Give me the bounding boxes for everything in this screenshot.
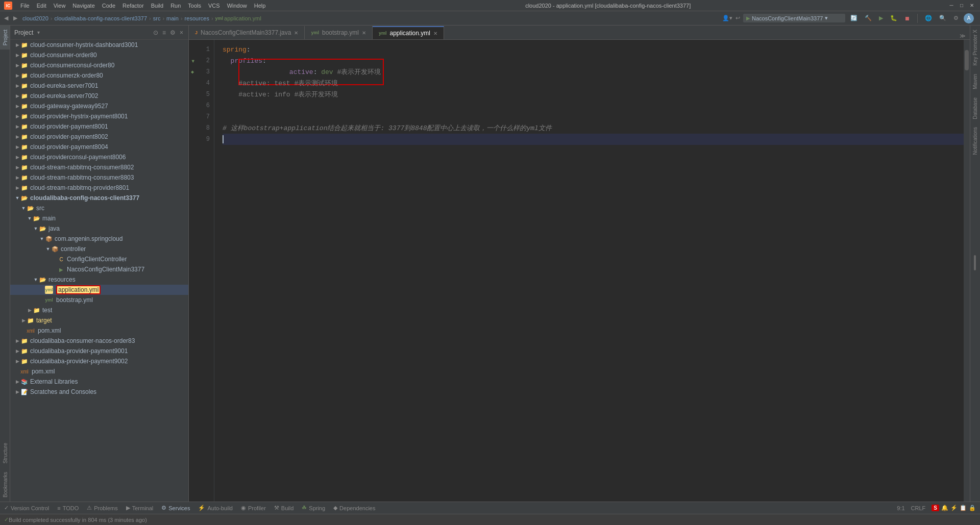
breadcrumb-module[interactable]: cloudalibaba-config-nacos-client3377	[54, 15, 147, 21]
tree-item-consumerconsul[interactable]: ▶ 📁 cloud-consumerconsul-order80	[10, 60, 188, 70]
tree-item-gateway[interactable]: ▶ 📁 cloud-gateway-gateway9527	[10, 101, 188, 111]
tab-nacos-main[interactable]: J NacosConfigClientMain3377.java ✕	[189, 26, 305, 39]
build-button[interactable]: 🔨	[863, 13, 874, 24]
tree-item-consumer80[interactable]: ▶ 📁 cloud-consumer-order80	[10, 50, 188, 60]
menu-edit[interactable]: Edit	[34, 2, 50, 10]
stop-button[interactable]: ⏹	[902, 13, 912, 24]
right-tab-key-promoter[interactable]: Key Promoter X	[971, 28, 979, 68]
tree-item-consumerzk[interactable]: ▶ 📁 cloud-consumerzk-order80	[10, 70, 188, 81]
scope-icon[interactable]: ⊙	[152, 28, 159, 37]
avatar[interactable]: A	[964, 13, 974, 23]
tree-item-resources[interactable]: ▼ 📂 resources	[10, 274, 188, 285]
right-tab-database[interactable]: Database	[971, 95, 979, 121]
menu-help[interactable]: Help	[251, 2, 269, 10]
run-config-dropdown-icon[interactable]: ▾	[825, 15, 828, 21]
collapse-icon[interactable]: ≡	[161, 28, 167, 37]
code-content[interactable]: spring: profiles: active: dev #表示开发环境 #a…	[214, 40, 964, 502]
tree-item-consul-payment[interactable]: ▶ 📁 cloud-providerconsul-payment8006	[10, 152, 188, 162]
tree-item-nacos-order83[interactable]: ▶ 📁 cloudalibaba-consumer-nacos-order83	[10, 336, 188, 346]
hide-panel-icon[interactable]: ×	[179, 28, 184, 37]
tree-item-eureka7002[interactable]: ▶ 📁 cloud-eureka-server7002	[10, 91, 188, 101]
resize-handle[interactable]	[974, 255, 976, 270]
breadcrumb-cloud2020[interactable]: cloud2020	[22, 15, 48, 21]
menu-view[interactable]: View	[51, 2, 69, 10]
scroll-bar[interactable]	[964, 40, 970, 502]
menu-code[interactable]: Code	[99, 2, 118, 10]
menu-tools[interactable]: Tools	[185, 2, 204, 10]
status-build[interactable]: ⚒ Build	[274, 505, 293, 511]
run-config-selector[interactable]: ▶ NacosConfigClientMain3377 ▾	[743, 14, 845, 22]
tree-item-java[interactable]: ▼ 📂 java	[10, 223, 188, 234]
tree-item-payment8001[interactable]: ▶ 📁 cloud-provider-payment8001	[10, 121, 188, 132]
tree-item-root-pom[interactable]: xml pom.xml	[10, 366, 188, 377]
window-controls[interactable]: ─ □ ✕	[947, 2, 976, 10]
menu-navigate[interactable]: Navigate	[69, 2, 97, 10]
status-spring[interactable]: ☘ Spring	[302, 505, 325, 511]
tree-item-stream8803[interactable]: ▶ 📁 cloud-stream-rabbitmq-consumer8803	[10, 172, 188, 183]
tree-item-hystrix-payment[interactable]: ▶ 📁 cloud-provider-hystrix-payment8001	[10, 111, 188, 121]
right-tab-maven[interactable]: Maven	[971, 72, 979, 91]
tree-item-nacos-payment9001[interactable]: ▶ 📁 cloudalibaba-provider-payment9001	[10, 346, 188, 356]
status-services[interactable]: ⚙ Services	[161, 505, 190, 511]
toolbar-back[interactable]: ◀	[2, 13, 10, 24]
status-terminal[interactable]: ▶ Terminal	[126, 505, 154, 511]
sidebar-tab-structure[interactable]: Structure	[0, 439, 10, 468]
fold-indicator[interactable]: ▾	[191, 57, 195, 65]
breadcrumb-resources[interactable]: resources	[185, 15, 209, 21]
settings-icon[interactable]: ⚙	[951, 13, 961, 24]
menu-bar[interactable]: IC File Edit View Navigate Code Refactor…	[4, 2, 268, 10]
line-ending[interactable]: CRLF	[911, 505, 926, 511]
tab-overflow-button[interactable]: ≫	[955, 33, 970, 39]
tab-application[interactable]: yml application.yml ✕	[373, 26, 444, 39]
debug-button[interactable]: 🐛	[888, 13, 899, 24]
search-icon[interactable]: 🔍	[937, 13, 948, 24]
sidebar-tab-project[interactable]: Project	[0, 26, 10, 49]
tree-item-nacos3377[interactable]: ▼ 📂 cloudalibaba-config-nacos-client3377	[10, 193, 188, 203]
status-todo[interactable]: ≡ TODO	[57, 505, 79, 511]
status-version-control[interactable]: ✓ Version Control	[4, 505, 49, 511]
tree-item-payment8002[interactable]: ▶ 📁 cloud-provider-payment8002	[10, 132, 188, 142]
tree-item-stream8801[interactable]: ▶ 📁 cloud-stream-rabbitmq-provider8801	[10, 183, 188, 193]
tree-item-configclient[interactable]: C ConfigClientController	[10, 254, 188, 264]
tab-close-button[interactable]: ✕	[362, 30, 366, 36]
status-autobuild[interactable]: ⚡ Auto-build	[198, 505, 233, 511]
breadcrumb-src[interactable]: src	[153, 15, 161, 21]
menu-window[interactable]: Window	[224, 2, 250, 10]
profile-icon[interactable]: 👤▾	[722, 15, 732, 21]
status-dependencies[interactable]: ◆ Dependencies	[333, 505, 375, 511]
menu-refactor[interactable]: Refactor	[119, 2, 147, 10]
run-button[interactable]: ▶	[877, 13, 885, 24]
tree-item-scratches[interactable]: ▶ 📝 Scratches and Consoles	[10, 387, 188, 397]
sidebar-tab-bookmarks[interactable]: Bookmarks	[0, 468, 10, 502]
tab-close-button[interactable]: ✕	[294, 30, 298, 36]
tab-close-button[interactable]: ✕	[433, 31, 437, 36]
translate-icon[interactable]: 🌐	[923, 13, 934, 24]
menu-vcs[interactable]: VCS	[205, 2, 223, 10]
status-problems[interactable]: ⚠ Problems	[87, 505, 117, 511]
tree-item-payment8004[interactable]: ▶ 📁 cloud-provider-payment8004	[10, 142, 188, 152]
tree-item-bootstrap-yml[interactable]: yml bootstrap.yml	[10, 295, 188, 305]
menu-file[interactable]: File	[17, 2, 33, 10]
maximize-button[interactable]: □	[958, 2, 966, 10]
tree-item-nacos-payment9002[interactable]: ▶ 📁 cloudalibaba-provider-payment9002	[10, 356, 188, 366]
settings-panel-icon[interactable]: ⚙	[169, 28, 177, 37]
right-tab-notifications[interactable]: Notifications	[971, 125, 979, 157]
tree-item-external-libs[interactable]: ▶ 📚 External Libraries	[10, 377, 188, 387]
menu-build[interactable]: Build	[148, 2, 166, 10]
tree-item-controller[interactable]: ▼ 📦 controller	[10, 244, 188, 254]
tree-item-nacosmain[interactable]: ▶ NacosConfigClientMain3377	[10, 264, 188, 274]
menu-run[interactable]: Run	[167, 2, 184, 10]
panel-dropdown-icon[interactable]: ▾	[37, 30, 40, 35]
tree-item-application-yml[interactable]: yml application.yml	[10, 285, 188, 295]
refresh-button[interactable]: 🔄	[848, 13, 860, 24]
tree-item-test[interactable]: ▶ 📁 test	[10, 305, 188, 315]
toolbar-forward[interactable]: ▶	[11, 13, 19, 24]
tree-item-eureka7001[interactable]: ▶ 📁 cloud-eureka-server7001	[10, 81, 188, 91]
tree-item-hystrix[interactable]: ▶ 📁 cloud-consumer-hystrix-dashboard3001	[10, 40, 188, 50]
tree-item-src[interactable]: ▼ 📂 src	[10, 203, 188, 213]
back-nav-icon[interactable]: ↩	[736, 15, 740, 21]
tree-item-main[interactable]: ▼ 📂 main	[10, 213, 188, 223]
code-editor[interactable]: 1 ▾ 2 ◆ 3 4 5 6 7 8 9 spring:	[189, 40, 970, 502]
tree-item-pom-module[interactable]: xml pom.xml	[10, 326, 188, 336]
tree-item-stream8802[interactable]: ▶ 📁 cloud-stream-rabbitmq-consumer8802	[10, 162, 188, 172]
